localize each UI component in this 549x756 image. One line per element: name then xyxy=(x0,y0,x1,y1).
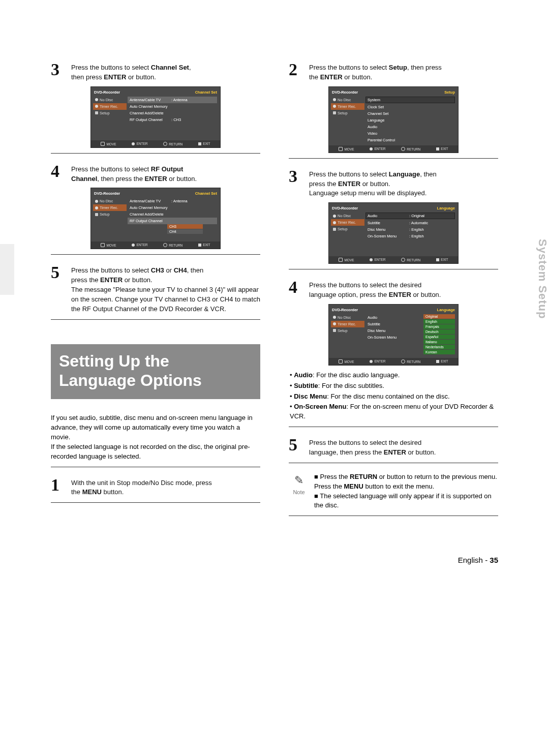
step-number: 3 xyxy=(51,61,65,82)
step-number: 4 xyxy=(289,279,303,300)
section-banner: Setting Up the Language Options xyxy=(51,344,260,400)
divider xyxy=(51,467,260,467)
osd-language-menu: DVD-RecorderLanguage No Disc Timer Rec. … xyxy=(328,202,459,264)
step-number: 2 xyxy=(289,61,303,82)
left-margin-tab xyxy=(0,244,14,295)
osd-channel-set: DVD-RecorderChannel Set No Disc Timer Re… xyxy=(90,86,221,148)
divider xyxy=(289,269,498,269)
osd-language-dropdown: DVD-RecorderLanguage No Disc Timer Rec. … xyxy=(328,304,459,366)
step-5-left: 5 Press the buttons to select CH3 or CH4… xyxy=(51,264,260,314)
divider xyxy=(289,516,498,516)
language-option-bullets: • Audio: For the disc audio language. • … xyxy=(289,371,498,421)
step-number: 5 xyxy=(289,436,303,458)
step-3-right: 3 Press the buttons to select Language, … xyxy=(289,168,498,199)
divider xyxy=(51,502,260,503)
step-number: 4 xyxy=(51,163,65,184)
step-4-right: 4 Press the buttons to select the desire… xyxy=(289,279,498,300)
step-2-right: 2 Press the buttons to select Setup, the… xyxy=(289,61,498,82)
divider xyxy=(51,153,260,154)
divider xyxy=(51,254,260,255)
note-icon: ✎ xyxy=(289,472,309,489)
intro-paragraph: If you set audio, subtitle, disc menu an… xyxy=(51,413,260,461)
page-footer: English - 35 xyxy=(51,556,498,564)
osd-setup-menu: DVD-RecorderSetup No Disc Timer Rec. Set… xyxy=(328,86,459,153)
step-5-right: 5 Press the buttons to select the desire… xyxy=(289,436,498,458)
step-number: 3 xyxy=(289,168,303,199)
step-number: 1 xyxy=(51,476,65,498)
step-4-left: 4 Press the buttons to select RF Output … xyxy=(51,163,260,184)
divider xyxy=(289,158,498,159)
right-column: 2 Press the buttons to select Setup, the… xyxy=(289,61,498,525)
divider xyxy=(289,427,498,427)
step-3-left: 3 Press the buttons to select Channel Se… xyxy=(51,61,260,82)
step-1-left: 1 With the unit in Stop mode/No Disc mod… xyxy=(51,476,260,498)
left-column: 3 Press the buttons to select Channel Se… xyxy=(51,61,260,525)
note-block: ✎ Note Press the RETURN or button to ret… xyxy=(289,472,498,510)
step-number: 5 xyxy=(51,264,65,314)
manual-page: System Setup 3 Press the buttons to sele… xyxy=(0,0,549,595)
section-side-tab: System Setup xyxy=(536,239,549,319)
osd-rf-output: DVD-RecorderChannel Set No Disc Timer Re… xyxy=(90,188,221,249)
divider xyxy=(51,319,260,320)
divider xyxy=(289,463,498,463)
